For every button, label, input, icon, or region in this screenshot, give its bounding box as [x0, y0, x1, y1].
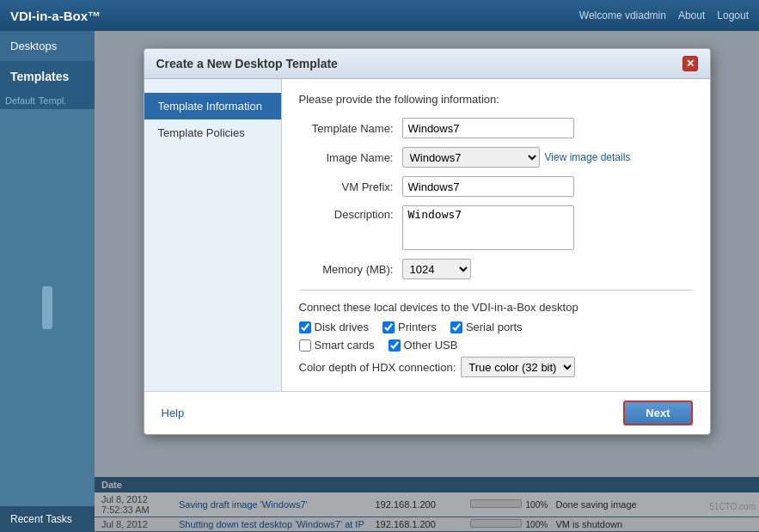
topbar-right: Welcome vdiadmin About Logout — [579, 9, 749, 21]
checkbox-printers: Printers — [383, 321, 437, 333]
checkbox-disk-drives-label: Disk drives — [315, 321, 370, 333]
sidebar-item-templates[interactable]: Templates — [0, 61, 95, 92]
vm-prefix-label: VM Prefix: — [299, 180, 402, 193]
checkbox-printers-input[interactable] — [383, 321, 395, 333]
checkbox-row-1: Disk drives Printers Serial ports — [299, 321, 693, 333]
sidebar-subtab-default[interactable]: Default — [5, 95, 35, 106]
modal-close-button[interactable]: ✕ — [682, 56, 698, 71]
sidebar-recent-tasks: Recent Tasks — [0, 505, 95, 532]
image-name-label: Image Name: — [299, 151, 402, 164]
template-name-label: Template Name: — [299, 122, 402, 135]
sidebar-subtabs: Default Templ. — [0, 92, 95, 109]
next-button[interactable]: Next — [623, 401, 692, 425]
topbar-welcome: Welcome vdiadmin — [579, 9, 666, 21]
checkbox-disk-drives: Disk drives — [299, 321, 370, 333]
checkbox-smart-cards: Smart cards — [299, 339, 375, 352]
form-divider — [299, 290, 693, 290]
description-row: Description: Windows7 — [299, 205, 693, 250]
main-layout: Desktops Templates Default Templ. Recent… — [0, 31, 759, 532]
checkbox-other-usb-input[interactable] — [389, 339, 401, 352]
sidebar-item-desktops[interactable]: Desktops — [0, 31, 95, 61]
image-name-select-wrap: Windows7 View image details — [402, 147, 631, 168]
view-image-link[interactable]: View image details — [545, 151, 631, 163]
memory-row: Memory (MB): 1024 — [299, 259, 693, 279]
template-name-row: Template Name: — [299, 118, 693, 138]
topbar: VDI-in-a-Box™ Welcome vdiadmin About Log… — [0, 0, 759, 31]
checkbox-printers-label: Printers — [398, 321, 437, 333]
vm-prefix-row: VM Prefix: — [299, 176, 693, 197]
sidebar-scrollbar[interactable] — [42, 286, 52, 329]
checkbox-smart-cards-label: Smart cards — [315, 339, 375, 352]
sidebar: Desktops Templates Default Templ. Recent… — [0, 31, 95, 532]
modal-dialog: Create a New Desktop Template ✕ Template… — [144, 48, 711, 435]
tab-template-policies[interactable]: Template Policies — [144, 119, 281, 146]
vm-prefix-input[interactable] — [402, 176, 574, 197]
modal-title: Create a New Desktop Template — [156, 57, 338, 70]
modal-footer: Help Next — [144, 391, 710, 434]
watermark: 51CTO.com — [709, 502, 756, 511]
description-label: Description: — [299, 205, 402, 221]
modal-overlay: Create a New Desktop Template ✕ Template… — [95, 31, 759, 532]
description-input[interactable]: Windows7 — [402, 205, 574, 250]
sidebar-scroll-area — [0, 109, 95, 505]
checkbox-other-usb-label: Other USB — [404, 339, 458, 352]
memory-select[interactable]: 1024 — [402, 259, 471, 279]
checkbox-serial-ports-input[interactable] — [450, 321, 462, 333]
logout-link[interactable]: Logout — [717, 9, 749, 21]
modal-header: Create a New Desktop Template ✕ — [144, 49, 710, 79]
color-depth-row: Color depth of HDX connection: True colo… — [299, 357, 693, 377]
sidebar-subtab-templ[interactable]: Templ. — [39, 95, 66, 106]
color-depth-label: Color depth of HDX connection: — [299, 361, 456, 374]
template-name-input[interactable] — [402, 118, 574, 138]
checkbox-serial-ports-label: Serial ports — [466, 321, 523, 333]
app-logo: VDI-in-a-Box™ — [10, 9, 101, 23]
modal-left-panel: Template Information Template Policies — [144, 79, 282, 391]
checkbox-other-usb: Other USB — [389, 339, 458, 352]
help-link[interactable]: Help — [162, 407, 185, 419]
image-name-select[interactable]: Windows7 — [402, 147, 540, 168]
image-name-row: Image Name: Windows7 View image details — [299, 147, 693, 168]
tab-template-information[interactable]: Template Information — [144, 93, 281, 119]
about-link[interactable]: About — [678, 9, 705, 21]
connect-section-title: Connect these local devices to the VDI-i… — [299, 301, 693, 314]
memory-label: Memory (MB): — [299, 263, 402, 276]
checkbox-row-2: Smart cards Other USB — [299, 339, 693, 352]
checkbox-disk-drives-input[interactable] — [299, 321, 311, 333]
color-depth-select[interactable]: True color (32 bit) True color (24 bit) … — [461, 357, 575, 377]
modal-body: Template Information Template Policies C… — [144, 79, 710, 391]
checkbox-serial-ports: Serial ports — [450, 321, 523, 333]
checkbox-smart-cards-input[interactable] — [299, 339, 311, 352]
content-area: Create a New Desktop Template ✕ Template… — [95, 31, 759, 532]
modal-form: Connect these local devices to the VDI-i… — [282, 79, 710, 391]
form-instruction-text: Please provide the following information… — [299, 93, 693, 106]
